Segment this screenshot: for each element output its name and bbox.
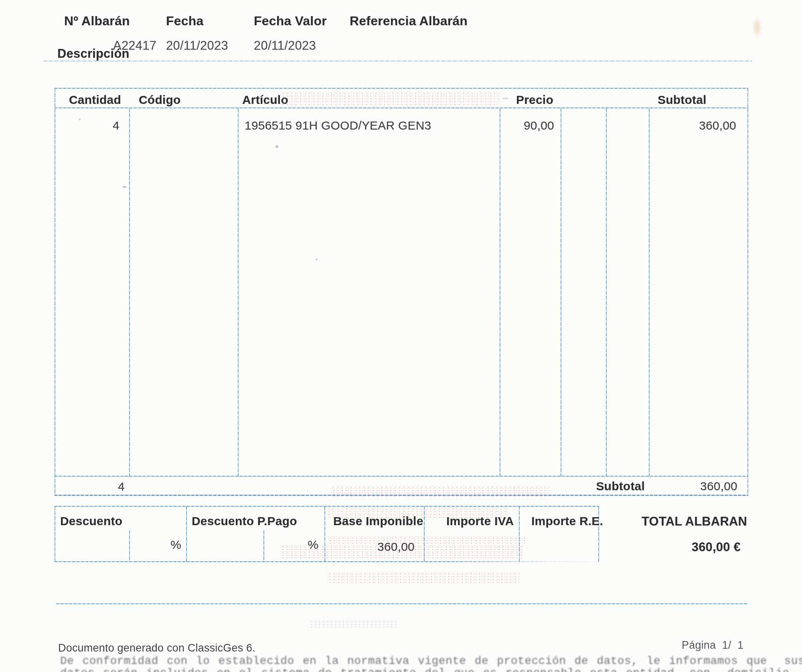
items-col-divider-cantidad <box>129 108 130 476</box>
items-col-divider-extra1 <box>606 108 607 476</box>
item-row-quantity: 4 <box>55 120 119 132</box>
redaction-smudge-below-totals <box>328 573 519 583</box>
re-amount-label: Importe R.E. <box>531 515 603 527</box>
payment-discount-label: Descuento P.Pago <box>192 515 297 527</box>
legal-text-line1: De conformidad con lo establecido en la … <box>60 656 802 667</box>
date-value: 20/11/2023 <box>166 39 228 52</box>
value-date-label: Fecha Valor <box>254 14 327 27</box>
summary-subtotal-value: 360,00 <box>649 480 737 492</box>
scan-speck <box>502 97 508 99</box>
item-row-article: 1956515 91H GOOD/YEAR GEN3 <box>245 120 431 132</box>
summary-subtotal-label: Subtotal <box>559 480 645 492</box>
payment-discount-percent: % <box>264 539 318 551</box>
discount-label: Descuento <box>60 515 122 527</box>
generator-note: Documento generado con ClassicGes 6. <box>58 643 255 654</box>
items-table-right-border <box>747 88 748 496</box>
col-header-subtotal: Subtotal <box>658 94 737 106</box>
items-table-left-border <box>55 88 55 496</box>
col-header-codigo: Código <box>139 94 181 106</box>
delivery-note-number-label: Nº Albarán <box>64 14 130 27</box>
scanned-delivery-note: Nº Albarán A22417 Fecha 20/11/2023 Fecha… <box>0 0 802 672</box>
redaction-smudge-articulo-header <box>281 92 499 107</box>
items-col-divider-precio <box>561 108 561 476</box>
total-value: 360,00 € <box>642 541 741 553</box>
totals-table-left-border <box>55 506 55 562</box>
item-row-price: 90,00 <box>500 120 554 132</box>
scan-stain <box>755 19 759 35</box>
items-col-divider-articulo <box>500 108 500 476</box>
redaction-smudge-summary-band <box>331 486 550 496</box>
item-row-subtotal: 360,00 <box>649 120 736 132</box>
scan-speck <box>275 145 278 148</box>
totals-table-top-border <box>55 506 599 507</box>
legal-text-line2: datos serán incluidos en el sistema de t… <box>60 668 790 672</box>
redaction-smudge-faded-gray <box>310 620 397 628</box>
col-header-cantidad: Cantidad <box>69 94 121 106</box>
scan-speck <box>316 258 318 260</box>
bottom-separator-line <box>56 603 747 604</box>
items-col-divider-extra2 <box>649 108 650 476</box>
items-table-top-border <box>55 88 748 89</box>
totals-table-bottom-border <box>55 561 599 562</box>
description-divider <box>43 61 752 61</box>
totals-divider-descuento <box>186 506 187 562</box>
scan-speck <box>79 118 81 120</box>
items-table-summary-top-border <box>55 476 748 477</box>
discount-percent: % <box>130 539 181 551</box>
date-label: Fecha <box>166 14 203 27</box>
items-table-header-border <box>55 108 748 108</box>
reference-label: Referencia Albarán <box>350 14 468 27</box>
taxable-base-value: 360,00 <box>324 541 415 553</box>
total-label: TOTAL ALBARAN <box>642 515 739 528</box>
scan-speck <box>123 186 126 188</box>
description-label: Descripción <box>57 47 130 60</box>
page-indicator: Página 1/ 1 <box>682 640 743 651</box>
redaction-smudge-totals-header <box>327 508 507 518</box>
value-date-value: 20/11/2023 <box>254 39 316 52</box>
items-col-divider-codigo <box>238 108 239 476</box>
col-header-precio: Precio <box>516 94 553 106</box>
summary-quantity-total: 4 <box>55 481 125 493</box>
